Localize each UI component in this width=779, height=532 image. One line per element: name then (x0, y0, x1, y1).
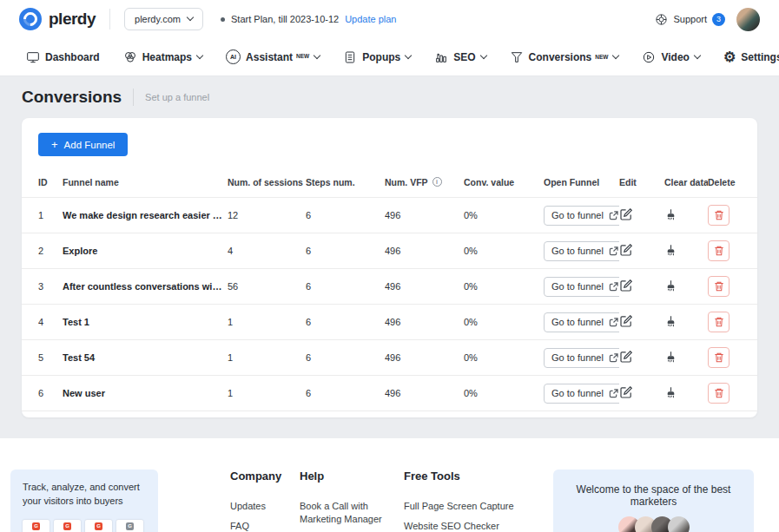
nav-label: Popups (362, 51, 400, 63)
clear-data-brush-icon[interactable] (664, 386, 677, 399)
new-badge: NEW (595, 54, 608, 60)
funnel-steps: 6 (306, 317, 385, 327)
marketer-avatars (562, 516, 745, 532)
edit-icon[interactable] (619, 243, 633, 257)
table-row: 1 We make design research easier and fas… (22, 198, 757, 233)
header-sessions: Num. of sessions (228, 177, 306, 187)
delete-button[interactable] (708, 383, 729, 404)
funnel-vfp: 496 (385, 281, 464, 292)
bullet-icon (221, 17, 225, 22)
funnel-sessions: 1 (228, 352, 306, 363)
delete-button[interactable] (708, 312, 729, 332)
go-to-funnel-button[interactable]: Go to funnel (544, 277, 619, 297)
new-badge: NEW (296, 53, 309, 59)
delete-button[interactable] (708, 347, 729, 368)
footer-link-updates[interactable]: Updates (230, 500, 300, 513)
update-plan-link[interactable]: Update plan (345, 14, 396, 24)
nav-heatmaps[interactable]: Heatmaps (123, 50, 202, 64)
funnel-name: New user (63, 388, 228, 398)
nav-label: Conversions (529, 51, 592, 63)
funnel-conv-value: 0% (464, 317, 544, 327)
g2-badge: G Leader (116, 520, 143, 532)
go-to-funnel-button[interactable]: Go to funnel (544, 384, 619, 404)
domain-selector[interactable]: plerdy.com (124, 8, 203, 30)
funnel-conv-value: 0% (464, 388, 544, 398)
clear-data-brush-icon[interactable] (664, 351, 677, 364)
funnel-id: 3 (38, 281, 63, 292)
user-avatar[interactable] (736, 8, 760, 31)
header-edit: Edit (619, 177, 664, 187)
gear-icon: ⚙ (723, 50, 736, 64)
logo-text: plerdy (49, 10, 96, 29)
footer-link-book-call[interactable]: Book a Call with Marketing Manager (300, 500, 404, 527)
chevron-down-icon (314, 51, 320, 58)
go-to-funnel-label: Go to funnel (551, 388, 604, 398)
funnel-steps: 6 (306, 388, 385, 398)
edit-icon[interactable] (619, 385, 633, 399)
funnel-vfp: 496 (385, 388, 464, 398)
add-funnel-label: Add Funnel (64, 140, 116, 150)
promo-text: Track, analyze, and convert your visitor… (23, 481, 146, 509)
funnel-name: We make design research easier and faste… (63, 210, 228, 220)
table-body: 1 We make design research easier and fas… (22, 198, 757, 411)
seo-chart-icon (434, 50, 448, 64)
play-circle-icon (642, 50, 656, 64)
info-icon[interactable]: i (432, 177, 442, 187)
funnel-steps: 6 (306, 246, 385, 256)
table-row: 6 New user 1 6 496 0% Go to funnel (22, 376, 757, 411)
footer-column-title: Free Tools (404, 470, 553, 483)
g2-logo-icon: G (63, 522, 71, 530)
chevron-down-icon (479, 51, 486, 58)
clear-data-brush-icon[interactable] (664, 208, 677, 221)
divider (133, 89, 134, 106)
funnel-id: 1 (38, 210, 63, 220)
nav-popups[interactable]: Popups (343, 50, 411, 64)
main-nav: Dashboard Heatmaps AI Assistant NEW Popu… (0, 38, 779, 76)
edit-icon[interactable] (619, 207, 633, 221)
footer-column-title: Help (300, 470, 404, 483)
nav-assistant[interactable]: AI Assistant NEW (226, 49, 320, 64)
delete-button[interactable] (708, 240, 729, 261)
nav-label: Dashboard (45, 51, 100, 63)
nav-conversions[interactable]: Conversions NEW (510, 50, 619, 64)
footer-column-help: Help Book a Call with Marketing Manager (300, 470, 404, 532)
funnel-steps: 6 (306, 352, 385, 363)
nav-seo[interactable]: SEO (434, 50, 485, 64)
header-vfp: Num. VFP i (385, 177, 464, 187)
main-content: Conversions Set up a funnel + Add Funnel… (0, 76, 779, 438)
edit-icon[interactable] (619, 314, 633, 328)
edit-icon[interactable] (619, 350, 633, 364)
delete-button[interactable] (708, 276, 729, 297)
footer-link-faq[interactable]: FAQ (230, 520, 300, 532)
footer-link-screen-capture[interactable]: Full Page Screen Capture (404, 500, 553, 513)
divider (109, 9, 110, 30)
funnel-name: Test 1 (63, 317, 228, 327)
clear-data-brush-icon[interactable] (664, 279, 677, 292)
edit-icon[interactable] (619, 279, 633, 292)
g2-logo-icon: G (126, 522, 134, 530)
go-to-funnel-button[interactable]: Go to funnel (544, 312, 619, 332)
trash-icon (713, 351, 725, 364)
clear-data-brush-icon[interactable] (664, 315, 677, 328)
funnel-vfp: 496 (385, 352, 464, 363)
plerdy-logo[interactable]: plerdy (19, 8, 96, 30)
go-to-funnel-button[interactable]: Go to funnel (544, 348, 619, 368)
funnel-id: 4 (38, 317, 63, 327)
plerdy-logo-icon (19, 8, 42, 30)
table-row: 4 Test 1 1 6 496 0% Go to funnel (22, 305, 757, 340)
topbar-right: Support 3 (655, 8, 760, 31)
footer-column-title: Company (230, 470, 300, 483)
clear-data-brush-icon[interactable] (664, 244, 677, 257)
add-funnel-button[interactable]: + Add Funnel (38, 133, 128, 156)
welcome-card: Welcome to the space of the best markete… (553, 470, 754, 532)
footer-link-seo-checker[interactable]: Website SEO Checker (404, 520, 553, 532)
nav-video[interactable]: Video (642, 50, 699, 64)
delete-button[interactable] (708, 205, 729, 226)
support-button[interactable]: Support 3 (655, 13, 725, 26)
nav-dashboard[interactable]: Dashboard (26, 50, 100, 64)
nav-settings[interactable]: ⚙ Settings (723, 50, 779, 64)
go-to-funnel-button[interactable]: Go to funnel (544, 206, 619, 226)
go-to-funnel-button[interactable]: Go to funnel (544, 241, 619, 261)
footer-column-free-tools: Free Tools Full Page Screen Capture Webs… (404, 470, 553, 532)
funnel-name: After countless conversations with job..… (63, 281, 228, 292)
